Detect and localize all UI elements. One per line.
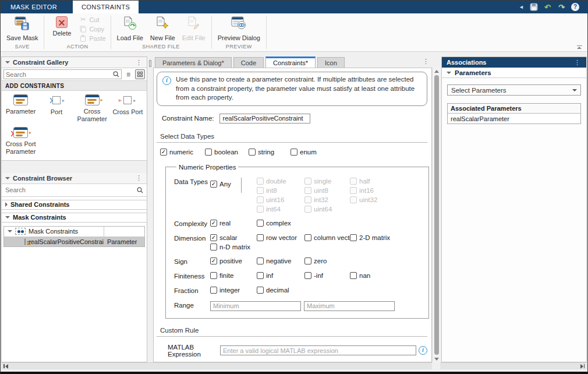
checkbox-box[interactable] [304,272,311,279]
checkbox-box[interactable] [257,272,264,279]
constraint-gallery-header[interactable]: Constraint Gallery ⋮ [2,57,147,68]
gallery-item-parameter[interactable]: Parameter [3,94,38,122]
scroll-left-end-icon[interactable] [3,364,8,369]
collapse-triangle-icon[interactable] [5,61,10,63]
new-file-button[interactable]: New File [148,15,178,43]
tab-constraints-ribbon[interactable]: CONSTRAINTS [73,1,139,13]
constraint-browser-header[interactable]: Constraint Browser ⋮ [2,173,147,184]
preview-dialog-button[interactable]: Preview Dialog [215,15,263,43]
tab-code[interactable]: Code [233,57,264,68]
back-chevron-icon[interactable]: ◄ [519,4,524,10]
checkbox-box[interactable] [257,287,264,294]
browser-menu-icon[interactable]: ⋮ [134,175,143,181]
checkbox-zero[interactable]: zero [304,257,350,264]
tree-constraint-row[interactable]: realScalarPositiveConstraint Parameter [4,237,144,246]
checkbox-box[interactable] [304,257,311,264]
scroll-right-end-icon[interactable] [580,364,585,369]
splitter-grip-icon[interactable] [149,60,151,67]
collapse-triangle-icon[interactable] [5,177,10,179]
checkbox-column-vector[interactable]: column vector [304,234,350,241]
checkbox-box[interactable] [257,257,264,264]
checkbox-box[interactable] [304,234,311,241]
checkbox-negative[interactable]: negative [257,257,304,264]
browser-search-box[interactable] [3,185,145,195]
tabstrip-menu-icon[interactable]: ⋮ [421,58,430,65]
checkbox-box[interactable] [257,220,264,227]
vertical-scrollbar[interactable] [432,68,440,362]
associations-menu-icon[interactable]: ⋮ [573,59,582,66]
checkbox-box[interactable]: ✓ [210,220,217,227]
tab-mask-editor[interactable]: MASK EDITOR [2,1,66,13]
load-file-button[interactable]: Load File [115,15,146,43]
browser-search-input[interactable] [5,186,137,193]
checkbox-box[interactable]: ✓ [160,149,167,156]
checkbox-string[interactable]: string [249,149,291,156]
checkbox-positive[interactable]: ✓positive [210,257,257,264]
save-mask-button[interactable]: Save Mask [4,15,40,43]
checkbox-box[interactable] [205,149,212,156]
checkbox-n-d-matrix[interactable]: n-D matrix [210,244,257,250]
shared-constraints-group[interactable]: Shared Constraints [2,200,147,210]
checkbox-boolean[interactable]: boolean [205,149,249,156]
checkbox-row-vector[interactable]: row vector [257,234,304,241]
range-minimum-input[interactable] [210,301,301,311]
gallery-search-input[interactable] [6,71,113,78]
tab-constraints[interactable]: Constraints* [265,57,316,68]
gallery-item-cross-port[interactable]: Cross Port [110,94,146,122]
collapse-triangle-icon[interactable] [8,230,12,232]
checkbox-box[interactable]: ✓ [210,234,217,241]
gallery-menu-icon[interactable]: ⋮ [134,59,143,66]
range-maximum-input[interactable] [304,301,395,311]
matlab-expression-input[interactable] [220,345,416,355]
expand-triangle-icon[interactable] [5,202,8,207]
delete-button[interactable]: Delete [48,15,76,43]
gallery-search-box[interactable] [3,69,122,79]
tab-parameters-dialog[interactable]: Parameters & Dialog* [155,57,232,68]
checkbox-box[interactable] [249,149,256,156]
checkbox-any[interactable]: ✓Any [210,181,231,188]
tab-icon[interactable]: Icon [317,57,345,68]
collapse-triangle-icon[interactable] [447,72,451,74]
scroll-up-icon[interactable] [433,68,440,75]
select-parameters-dropdown[interactable]: Select Parameters [447,84,581,96]
constraint-name-input[interactable] [219,114,310,124]
checkbox-numeric[interactable]: ✓numeric [160,149,205,156]
checkbox-enum[interactable]: enum [291,149,428,156]
parameters-section-header[interactable]: Parameters [442,68,586,78]
save-icon[interactable] [529,3,538,12]
checkbox-complex[interactable]: complex [257,220,304,227]
scroll-down-icon[interactable] [433,355,440,362]
checkbox-box[interactable] [350,234,357,241]
checkbox-box[interactable]: ✓ [210,257,217,264]
checkbox-real[interactable]: ✓real [210,220,257,227]
tree-root-row[interactable]: Mask Constraints [4,227,144,237]
checkbox-scalar[interactable]: ✓scalar [210,234,257,241]
expression-info-icon[interactable]: i [419,346,427,355]
gallery-item-cross-port-parameter[interactable]: Cross Port Parameter [3,127,38,155]
gallery-item-cross-parameter[interactable]: Cross Parameter [75,94,110,122]
associated-parameter-row[interactable]: realScalarParameter [448,114,580,124]
checkbox-box[interactable] [350,272,357,279]
redo-icon[interactable]: ↷ [557,3,566,12]
checkbox-nan[interactable]: nan [350,272,370,279]
checkbox-box[interactable] [257,234,264,241]
help-icon[interactable]: ? [571,3,579,11]
list-view-button[interactable]: ≡ [123,69,133,79]
mask-constraints-group[interactable]: Mask Constraints [2,213,147,223]
panel-splitter[interactable] [147,57,153,362]
horizontal-scrollbar-right[interactable] [440,362,587,369]
grid-view-button[interactable] [135,69,145,79]
horizontal-scrollbar-left[interactable] [1,362,432,369]
checkbox-box[interactable]: ✓ [210,181,217,188]
checkbox-2-d-matrix[interactable]: 2-D matrix [350,234,390,241]
scrollbar-thumb[interactable] [434,75,439,355]
checkbox-decimal[interactable]: decimal [257,287,304,294]
checkbox-box[interactable] [210,272,217,279]
checkbox-finite[interactable]: finite [210,272,257,279]
checkbox-integer[interactable]: integer [210,287,257,294]
checkbox-inf[interactable]: inf [257,272,304,279]
collapse-ribbon-button[interactable] [576,45,583,49]
checkbox-box[interactable] [291,149,297,156]
checkbox-box[interactable] [210,244,217,250]
checkbox--inf[interactable]: -inf [304,272,350,279]
